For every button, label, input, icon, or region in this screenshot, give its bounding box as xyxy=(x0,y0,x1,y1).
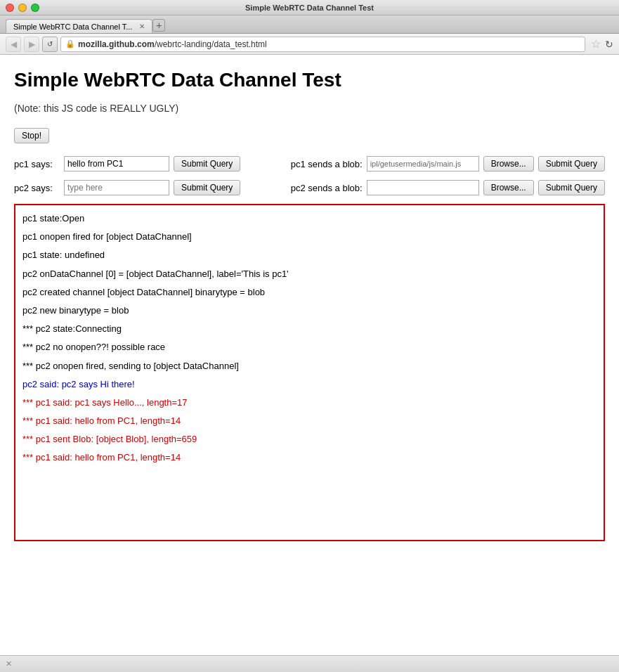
status-close-icon[interactable]: ✕ xyxy=(6,659,15,669)
url-path: /webrtc-landing/data_test.html xyxy=(155,39,267,49)
pc2-row: pc2 says: Submit Query pc2 sends a blob:… xyxy=(14,180,605,195)
pc2-browse-button[interactable]: Browse... xyxy=(483,180,534,195)
log-line: pc2 said: pc2 says Hi there! xyxy=(22,378,597,391)
log-area[interactable]: pc1 state:Openpc1 onopen fired for [obje… xyxy=(14,204,605,541)
pc1-input[interactable] xyxy=(64,156,169,172)
pc1-left-form: pc1 says: Submit Query xyxy=(14,156,240,172)
page-title: Simple WebRTC Data Channel Test xyxy=(14,69,605,91)
title-bar-buttons xyxy=(6,4,39,12)
pc2-blob-label: pc2 sends a blob: xyxy=(291,183,363,193)
log-line: pc2 created channel [object DataChannel]… xyxy=(22,286,597,299)
log-line: pc1 state:Open xyxy=(22,212,597,225)
log-line: *** pc2 state:Connecting xyxy=(22,323,597,335)
pc2-right-form: pc2 sends a blob: Browse... Submit Query xyxy=(291,180,605,195)
active-tab[interactable]: Simple WebRTC Data Channel T... ✕ xyxy=(6,19,152,33)
new-tab-button[interactable]: + xyxy=(152,19,165,32)
close-button[interactable] xyxy=(6,4,14,12)
address-bar[interactable]: 🔒 mozilla.github.com/webrtc-landing/data… xyxy=(60,37,585,52)
log-line: pc2 new binarytype = blob xyxy=(22,304,597,317)
tab-label: Simple WebRTC Data Channel T... xyxy=(13,22,132,31)
maximize-button[interactable] xyxy=(31,4,39,12)
pc1-blob-submit-button[interactable]: Submit Query xyxy=(538,156,605,172)
pc1-says-label: pc1 says: xyxy=(14,159,60,169)
forward-button[interactable]: ▶ xyxy=(24,37,39,52)
back-button[interactable]: ◀ xyxy=(6,37,21,52)
log-line: pc1 state: undefined xyxy=(22,249,597,261)
log-line: *** pc2 no onopen??! possible race xyxy=(22,341,597,354)
nav-bar: ◀ ▶ ↺ 🔒 mozilla.github.com/webrtc-landin… xyxy=(0,34,619,55)
url-domain: mozilla.github.com xyxy=(78,39,155,49)
window-title: Simple WebRTC Data Channel Test xyxy=(245,4,374,12)
url-display: mozilla.github.com/webrtc-landing/data_t… xyxy=(78,39,267,49)
pc2-left-form: pc2 says: Submit Query xyxy=(14,180,240,195)
pc2-submit-button[interactable]: Submit Query xyxy=(174,180,240,195)
status-bar: ✕ xyxy=(0,655,619,672)
pc2-blob-input[interactable] xyxy=(367,180,479,195)
tab-close-icon[interactable]: ✕ xyxy=(139,22,145,30)
tab-bar: Simple WebRTC Data Channel T... ✕ + xyxy=(0,15,619,34)
pc1-row: pc1 says: Submit Query pc1 sends a blob:… xyxy=(14,156,605,172)
nav-refresh-icon[interactable]: ↻ xyxy=(605,39,613,50)
stop-button[interactable]: Stop! xyxy=(14,128,49,143)
log-line: *** pc1 said: hello from PC1, length=14 xyxy=(22,451,597,464)
log-line: *** pc2 onopen fired, sending to [object… xyxy=(22,360,597,373)
pc1-blob-label: pc1 sends a blob: xyxy=(291,159,363,169)
pc1-blob-input[interactable] xyxy=(367,156,479,172)
page-subtitle: (Note: this JS code is REALLY UGLY) xyxy=(14,103,605,114)
bookmark-star-icon[interactable]: ☆ xyxy=(591,37,601,51)
log-line: pc2 onDataChannel [0] = [object DataChan… xyxy=(22,268,597,280)
pc1-submit-button[interactable]: Submit Query xyxy=(174,156,240,172)
page-content: Simple WebRTC Data Channel Test (Note: t… xyxy=(0,55,619,655)
log-line: pc1 onopen fired for [object DataChannel… xyxy=(22,231,597,243)
pc2-blob-submit-button[interactable]: Submit Query xyxy=(538,180,605,195)
log-line: *** pc1 sent Blob: [object Blob], length… xyxy=(22,433,597,446)
reload-button[interactable]: ↺ xyxy=(42,37,58,52)
minimize-button[interactable] xyxy=(18,4,27,12)
log-line: *** pc1 said: pc1 says Hello..., length=… xyxy=(22,396,597,409)
pc1-right-form: pc1 sends a blob: Browse... Submit Query xyxy=(291,156,605,172)
title-bar: Simple WebRTC Data Channel Test xyxy=(0,0,619,15)
pc1-browse-button[interactable]: Browse... xyxy=(483,156,534,172)
pc2-input[interactable] xyxy=(64,180,169,195)
pc2-says-label: pc2 says: xyxy=(14,183,60,193)
lock-icon: 🔒 xyxy=(65,39,75,49)
log-line: *** pc1 said: hello from PC1, length=14 xyxy=(22,415,597,427)
